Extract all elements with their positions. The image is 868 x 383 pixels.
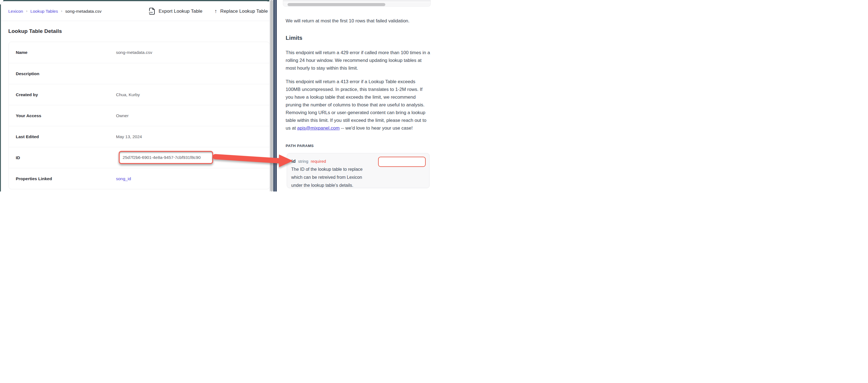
vertical-scrollbar-thumb[interactable] — [270, 0, 273, 192]
breadcrumb-separator-icon: › — [61, 9, 62, 13]
lookup-table-id-value: 25d7f2b6-6901-4e8a-9457-7cbf931f8c90 — [120, 155, 201, 160]
path-param-card-id: id string required The ID of the lookup … — [287, 153, 430, 188]
lookup-table-details-card: Name song-metadata.csv Description Creat… — [8, 42, 269, 189]
id-param-input[interactable] — [378, 157, 426, 167]
screen: Lexicon › Lookup Tables › song-metadata.… — [0, 0, 434, 192]
table-row-properties-linked: Properties Linked song_id — [9, 168, 269, 189]
song-id-property-link[interactable]: song_id — [116, 176, 131, 181]
api-docs-panel: We will return at most the first 10 rows… — [277, 0, 434, 192]
row-value: song-metadata.csv — [116, 50, 152, 55]
breadcrumb-lookup-tables-link[interactable]: Lookup Tables — [30, 9, 58, 14]
param-name: id — [291, 159, 296, 164]
panel-resize-divider[interactable] — [273, 0, 276, 192]
row-label: Last Edited — [9, 134, 116, 139]
left-panel-vertical-scrollbar[interactable] — [269, 0, 273, 192]
breadcrumb-current-page: song-metadata.csv — [65, 9, 101, 14]
row-label: Properties Linked — [9, 176, 116, 181]
svg-text:csv: csv — [149, 11, 153, 13]
export-button-label: Export Lookup Table — [159, 8, 203, 14]
table-row-your-access: Your Access Owner — [9, 105, 269, 126]
table-row-id: ID 25d7f2b6-6901-4e8a-9457-7cbf931f8c90 — [9, 147, 269, 168]
breadcrumb-separator-icon: › — [26, 9, 27, 13]
param-description: The ID of the lookup table to replace wh… — [291, 165, 371, 189]
table-row-description: Description — [9, 63, 269, 84]
limits-heading: Limits — [286, 35, 302, 41]
docs-horizontal-scrollbar[interactable] — [283, 0, 431, 7]
row-label: Created by — [9, 92, 116, 97]
panel-divider-edge — [276, 0, 277, 192]
paragraph-text: This endpoint will return a 413 error if… — [286, 79, 426, 131]
apis-mixpanel-email-link[interactable]: apis@mixpanel.com — [297, 126, 340, 131]
param-header: id string required — [291, 159, 326, 164]
table-row-last-edited: Last Edited May 13, 2024 — [9, 126, 269, 147]
row-value: Chua, Kurby — [116, 92, 140, 97]
row-value: Owner — [116, 113, 129, 118]
row-label: Name — [9, 50, 116, 55]
row-label: Description — [9, 71, 116, 76]
param-type: string — [298, 159, 308, 164]
row-label: Your Access — [9, 113, 116, 118]
upload-arrow-icon: ↑ — [215, 8, 217, 14]
id-value-highlight-box: 25d7f2b6-6901-4e8a-9457-7cbf931f8c90 — [119, 151, 213, 164]
table-row-created-by: Created by Chua, Kurby — [9, 84, 269, 105]
breadcrumb-lexicon-link[interactable]: Lexicon — [8, 9, 23, 14]
paragraph-text: -- we'd love to hear your use case! — [340, 126, 413, 131]
lookup-table-panel: Lexicon › Lookup Tables › song-metadata.… — [1, 1, 269, 192]
limits-paragraph-429: This endpoint will return a 429 error if… — [286, 49, 431, 72]
horizontal-scrollbar-thumb[interactable] — [287, 3, 385, 6]
path-params-heading: PATH PARAMS — [286, 144, 314, 148]
replace-lookup-table-button[interactable]: ↑ Replace Lookup Table — [215, 1, 268, 21]
docs-intro-text: We will return at most the first 10 rows… — [286, 18, 431, 25]
row-label: ID — [9, 155, 116, 160]
replace-button-label: Replace Lookup Table — [220, 8, 268, 14]
breadcrumb: Lexicon › Lookup Tables › song-metadata.… — [8, 1, 101, 21]
page-title: Lookup Table Details — [8, 28, 62, 34]
export-lookup-table-button[interactable]: csv Export Lookup Table — [149, 1, 203, 21]
panel-header: Lexicon › Lookup Tables › song-metadata.… — [1, 1, 269, 21]
limits-paragraph-413: This endpoint will return a 413 error if… — [286, 78, 431, 132]
csv-file-icon: csv — [149, 7, 155, 15]
row-value: May 13, 2024 — [116, 134, 142, 139]
param-required-badge: required — [311, 159, 326, 164]
table-row-name: Name song-metadata.csv — [9, 42, 269, 63]
